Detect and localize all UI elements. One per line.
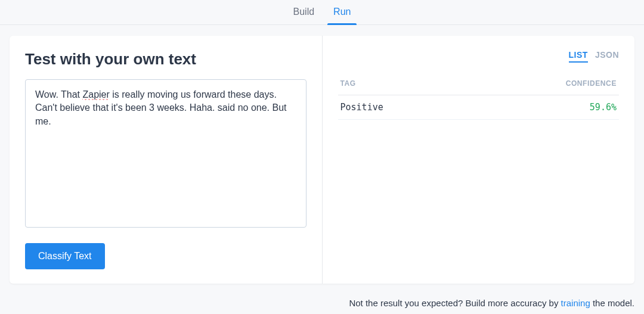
- tab-build[interactable]: Build: [284, 1, 324, 24]
- footer-note: Not the result you expected? Build more …: [10, 298, 634, 308]
- right-panel: LIST JSON TAG CONFIDENCE Positive 59.6%: [323, 36, 635, 284]
- input-text-prefix: Wow. That: [35, 89, 82, 100]
- page-title: Test with your own text: [25, 50, 306, 69]
- classify-button[interactable]: Classify Text: [25, 243, 105, 269]
- col-confidence: CONFIDENCE: [566, 79, 617, 88]
- tag-value: Positive: [340, 102, 383, 113]
- footer-suffix: the model.: [590, 298, 634, 308]
- view-json[interactable]: JSON: [595, 50, 619, 63]
- input-text-spellerr: Zapier: [82, 89, 109, 100]
- main-tabs: Build Run: [0, 0, 644, 25]
- training-link[interactable]: training: [561, 298, 590, 308]
- footer-prefix: Not the result you expected? Build more …: [349, 298, 561, 308]
- view-toggle: LIST JSON: [338, 50, 620, 63]
- result-header: TAG CONFIDENCE: [338, 79, 620, 95]
- tab-run[interactable]: Run: [324, 1, 360, 24]
- col-tag: TAG: [340, 79, 356, 88]
- card: Test with your own text Wow. That Zapier…: [10, 36, 634, 284]
- left-panel: Test with your own text Wow. That Zapier…: [10, 36, 323, 284]
- confidence-value: 59.6%: [590, 102, 617, 113]
- classify-input[interactable]: Wow. That Zapier is really moving us for…: [25, 79, 306, 228]
- result-row: Positive 59.6%: [338, 95, 620, 120]
- view-list[interactable]: LIST: [569, 50, 588, 63]
